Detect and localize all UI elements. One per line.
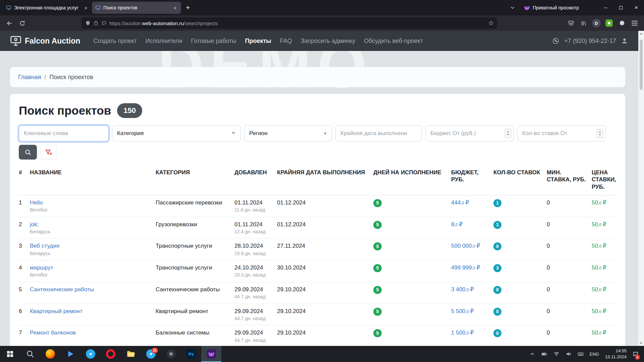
breadcrumb: Главная / Поиск проектов (10, 67, 625, 87)
budget-from-input[interactable] (425, 125, 514, 141)
deadline-input[interactable] (335, 125, 422, 141)
scroll-down-icon[interactable]: ▼ (640, 341, 643, 346)
nav-faq[interactable]: FAQ (276, 38, 297, 45)
tab-close-icon[interactable]: × (172, 4, 178, 11)
deadline-date: 01.12.2024 (277, 217, 373, 239)
days-badge: 5 (373, 308, 382, 316)
table-row[interactable]: 2 jok; Беларусь Грузоперевозки 01.11.202… (19, 217, 616, 239)
nav-finished-works[interactable]: Готовые работы (187, 38, 241, 45)
nav-projects[interactable]: Проекты (240, 38, 275, 45)
telegram-icon[interactable] (80, 346, 101, 362)
back-button[interactable] (4, 18, 15, 28)
permissions-icon[interactable] (101, 20, 107, 26)
reload-button[interactable] (17, 18, 28, 28)
table-row[interactable]: 4 маршрут Витебск Транспортные услуги 24… (19, 260, 616, 282)
new-tab-button[interactable]: + (182, 2, 193, 13)
nav-discuss-project[interactable]: Обсудить веб-проект (360, 38, 427, 45)
breadcrumb-home-link[interactable]: Главная (18, 74, 41, 81)
profile-avatar[interactable]: D (591, 18, 602, 28)
media-player-icon[interactable] (60, 346, 80, 362)
project-link[interactable]: Квартирный ремонт (30, 308, 83, 314)
extensions-puzzle-icon[interactable] (616, 18, 627, 28)
tab-list-chevron-icon[interactable] (507, 2, 518, 13)
battery-icon[interactable] (539, 346, 549, 362)
table-row[interactable]: 7 Ремонт балконов Балконные системы 29.0… (19, 325, 616, 346)
project-link[interactable]: маршрут (30, 264, 53, 271)
category-select[interactable]: Категория (112, 125, 241, 141)
scrollbar-thumb[interactable] (640, 40, 643, 90)
file-explorer-icon[interactable] (121, 346, 141, 362)
bids-from-input[interactable] (517, 125, 606, 141)
deadline-date: 30.10.2024 (277, 260, 373, 282)
project-location: Беларусь (30, 229, 153, 235)
bid-price-value: 50,0₽ (592, 221, 606, 228)
project-link[interactable]: Сантехнические работы (30, 286, 94, 293)
maximize-button[interactable] (613, 0, 629, 15)
tab-close-icon[interactable]: × (83, 4, 89, 11)
bids-count-badge: 3 (493, 264, 501, 272)
close-window-button[interactable]: × (629, 0, 644, 15)
col-deadline: КРАЙНЯЯ ДАТА ВЫПОЛНЕНИЯ (277, 165, 373, 195)
taskbar-clock[interactable]: 14:55 13.11.2024 (603, 348, 629, 360)
project-link[interactable]: Ремонт балконов (30, 329, 76, 336)
taskbar-search-icon[interactable] (20, 346, 40, 362)
keywords-input[interactable] (19, 125, 109, 141)
pocket-icon[interactable] (566, 18, 576, 28)
messenger-icon[interactable]: 21 (141, 346, 161, 362)
table-row[interactable]: 6 Квартирный ремонт Квартирный ремонт 29… (19, 304, 616, 325)
gear-app-icon[interactable] (161, 346, 181, 362)
table-row[interactable]: 1 Hello Витебск Пассажирские перевозки 0… (19, 195, 616, 217)
start-button[interactable] (0, 346, 20, 362)
photoshop-icon[interactable]: Ps (181, 346, 201, 362)
tray-chevron-up-icon[interactable] (527, 346, 537, 362)
menu-icon[interactable] (629, 18, 640, 28)
budget-value: 3 400,0₽ (451, 286, 474, 293)
clear-filters-button[interactable] (40, 145, 57, 160)
table-row[interactable]: 5 Сантехнические работы Сантехнические р… (19, 282, 616, 304)
table-row[interactable]: 3 Веб студия Беларусь Транспортные услуг… (19, 239, 616, 260)
tab-search-projects[interactable]: Поиск проектов × (92, 2, 181, 14)
region-select[interactable]: Регион ▼ (244, 125, 332, 141)
user-icon[interactable] (621, 37, 628, 45)
library-icon[interactable] (578, 18, 589, 28)
page-scrollbar[interactable]: ▲ ▼ (638, 31, 644, 346)
search-button[interactable] (19, 145, 37, 160)
opera-icon[interactable] (101, 346, 121, 362)
touch-keyboard-icon[interactable] (576, 346, 586, 362)
network-icon[interactable] (551, 346, 561, 362)
bids-count-badge: 0 (493, 308, 501, 316)
lock-icon[interactable] (93, 20, 99, 26)
site-logo[interactable]: Falcon Auction (10, 36, 80, 46)
phone-number[interactable]: +7 (920) 954-22-17 (564, 38, 616, 45)
firefox-icon[interactable] (40, 346, 60, 362)
nav-executors[interactable]: Исполнители (141, 38, 187, 45)
days-badge: 5 (373, 264, 382, 272)
breadcrumb-separator: / (45, 74, 46, 81)
url-text[interactable]: https://auction.web-automation.ru/search… (109, 20, 486, 26)
bid-price-value: 50,0₽ (592, 308, 606, 314)
col-min-bid: МИН. СТАВКА, РУБ. (547, 165, 592, 195)
adblock-extension-icon[interactable] (604, 18, 614, 28)
deadline-date: 29.10.2024 (277, 282, 373, 304)
scroll-up-icon[interactable]: ▲ (640, 31, 643, 36)
url-bar[interactable]: https://auction.web-automation.ru/search… (82, 17, 497, 29)
tracking-shield-icon[interactable] (85, 20, 91, 26)
project-link[interactable]: jok; (30, 221, 39, 228)
url-domain: web-automation.ru (142, 20, 184, 26)
minimize-button[interactable] (598, 0, 613, 15)
number-stepper[interactable]: ▴▾ (505, 129, 511, 138)
clock-time: 14:55 (605, 348, 627, 354)
bookmark-star-icon[interactable] (488, 20, 494, 26)
whatsapp-icon[interactable] (552, 37, 559, 45)
firefox-private-icon[interactable] (201, 346, 221, 362)
project-link[interactable]: Веб студия (30, 243, 59, 249)
language-indicator[interactable]: ENG (588, 352, 601, 357)
col-number: # (19, 165, 30, 195)
tab-marketplace[interactable]: Электронная площадка услуг × (3, 2, 92, 14)
nav-create-project[interactable]: Создать проект (89, 38, 141, 45)
nav-request-admin[interactable]: Запросить админку (297, 38, 360, 45)
project-link[interactable]: Hello (30, 199, 43, 206)
volume-icon[interactable] (564, 346, 574, 362)
number-stepper[interactable]: ▴▾ (597, 129, 603, 138)
action-center-icon[interactable]: 2 (631, 346, 641, 362)
